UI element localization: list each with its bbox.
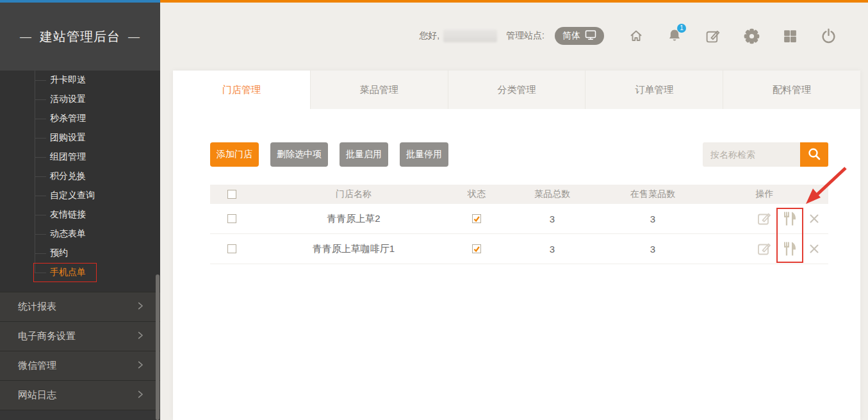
header-status: 状态: [454, 189, 500, 200]
row-delete-icon[interactable]: [808, 212, 821, 225]
site-label: 管理站点:: [506, 30, 545, 42]
add-store-button[interactable]: 添加门店: [210, 142, 259, 167]
sidebar-section[interactable]: 统计报表: [0, 292, 160, 321]
row-delete-icon[interactable]: [808, 242, 821, 255]
toolbar: 添加门店 删除选中项 批量启用 批量停用: [210, 142, 828, 167]
search-input[interactable]: [703, 142, 800, 167]
table-row: 青青原上草咖啡厅1 3 3: [210, 234, 828, 264]
row-edit-icon[interactable]: [757, 211, 772, 226]
sidebar-submenu-item[interactable]: 升卡即送: [0, 71, 160, 90]
chevron-right-icon: [136, 301, 145, 312]
search-box: [703, 142, 828, 167]
sidebar-submenu-label: 升卡即送: [50, 74, 86, 86]
redacted-username: [443, 29, 497, 42]
settings-gear-icon[interactable]: [742, 27, 760, 45]
sidebar-submenu-item[interactable]: 自定义查询: [0, 186, 160, 205]
tab-label: 订单管理: [635, 84, 673, 96]
sidebar-submenu-item[interactable]: 手机点单: [0, 263, 160, 282]
sidebar-submenu-item[interactable]: 秒杀管理: [0, 109, 160, 128]
sidebar-submenu-item[interactable]: 动态表单: [0, 224, 160, 244]
sidebar-submenu-item[interactable]: 预约: [0, 244, 160, 263]
header-actions: 操作: [701, 189, 828, 200]
sidebar-section-label: 统计报表: [18, 301, 56, 313]
total-dishes-value: 3: [500, 214, 605, 224]
tab-bar: 门店管理菜品管理分类管理订单管理配料管理: [173, 71, 860, 109]
sidebar-submenu-item[interactable]: 组团管理: [0, 147, 160, 167]
header-on-sale-dishes: 在售菜品数: [605, 189, 701, 200]
sidebar-submenu-label: 组团管理: [50, 151, 86, 163]
sidebar-submenu-label: 友情链接: [50, 209, 86, 221]
apps-grid-icon[interactable]: [781, 27, 799, 45]
store-name: 青青原上草2: [327, 213, 380, 225]
sidebar-submenu-item[interactable]: 团购设置: [0, 128, 160, 147]
sidebar-section-label: 微信管理: [18, 360, 56, 372]
row-cutlery-menu-icon[interactable]: [782, 210, 798, 227]
table-body: 青青原上草2 3 3: [210, 204, 828, 264]
sidebar-submenu-label: 动态表单: [50, 228, 86, 240]
notification-badge: 1: [677, 24, 686, 33]
status-checkbox[interactable]: [472, 214, 481, 223]
tab[interactable]: 配料管理: [723, 71, 860, 109]
sidebar-submenu-label: 自定义查询: [50, 190, 95, 201]
top-strip-orange: [160, 0, 868, 3]
batch-enable-button[interactable]: 批量启用: [340, 142, 388, 167]
table-row: 青青原上草2 3 3: [210, 204, 828, 234]
sidebar-submenu-item[interactable]: 积分兑换: [0, 167, 160, 186]
language-label: 简体: [562, 30, 580, 42]
sidebar-submenu-label: 秒杀管理: [50, 113, 86, 124]
sidebar-section[interactable]: 微信管理: [0, 351, 160, 380]
tab-label: 配料管理: [773, 84, 811, 96]
tab-label: 门店管理: [222, 84, 261, 96]
sidebar-submenu: 升卡即送 活动设置 秒杀管理 团购设置 组团管理 积分兑换 自定义查询: [0, 71, 160, 292]
row-cutlery-menu-icon[interactable]: [782, 240, 798, 257]
on-sale-dishes-value: 3: [605, 244, 701, 255]
table-header-row: 门店名称 状态 菜品总数 在售菜品数 操作: [210, 185, 828, 204]
sidebar: —建站管理后台— 升卡即送 活动设置 秒杀管理 团购设置 组团管理 积分兑换: [0, 3, 160, 420]
monitor-icon: [585, 29, 596, 42]
row-checkbox[interactable]: [227, 214, 236, 223]
tab-label: 菜品管理: [360, 84, 398, 96]
chevron-right-icon: [136, 360, 145, 371]
total-dishes-value: 3: [500, 244, 605, 255]
sidebar-section-label: 网站日志: [18, 389, 56, 401]
sidebar-scrollbar[interactable]: [156, 274, 160, 420]
tab[interactable]: 菜品管理: [311, 71, 448, 109]
notifications-bell-icon[interactable]: 1: [666, 27, 684, 45]
sidebar-submenu-item[interactable]: 活动设置: [0, 90, 160, 109]
search-icon: [807, 147, 821, 163]
edit-compose-icon[interactable]: [704, 27, 722, 45]
select-all-checkbox[interactable]: [227, 190, 236, 199]
on-sale-dishes-value: 3: [605, 214, 701, 224]
home-icon[interactable]: [627, 27, 645, 45]
stores-table: 门店名称 状态 菜品总数 在售菜品数 操作 青青原上草2 3 3: [210, 185, 828, 264]
main-panel: 门店管理菜品管理分类管理订单管理配料管理 添加门店 删除选中项 批量启用 批量停…: [173, 71, 860, 420]
store-name: 青青原上草咖啡厅1: [313, 243, 395, 255]
annotation-red-box-sidebar: [33, 263, 97, 282]
row-checkbox[interactable]: [227, 244, 236, 253]
search-button[interactable]: [800, 142, 828, 167]
app-title: 建站管理后台: [40, 28, 120, 46]
sidebar-sections: 统计报表 电子商务设置 微信管理 网站日志: [0, 292, 160, 410]
sidebar-submenu-item[interactable]: 友情链接: [0, 205, 160, 224]
chevron-right-icon: [136, 331, 145, 342]
delete-selected-button[interactable]: 删除选中项: [270, 142, 328, 167]
power-logout-icon[interactable]: [819, 27, 837, 45]
sidebar-submenu-label: 积分兑换: [50, 171, 86, 182]
tab[interactable]: 分类管理: [448, 71, 586, 109]
tab[interactable]: 订单管理: [585, 71, 723, 109]
sidebar-title: —建站管理后台—: [0, 3, 160, 71]
header-store-name: 门店名称: [254, 189, 454, 200]
tab[interactable]: 门店管理: [173, 71, 311, 109]
status-checkbox[interactable]: [472, 244, 481, 253]
language-site-button[interactable]: 简体: [555, 27, 604, 45]
sidebar-section[interactable]: 网站日志: [0, 380, 160, 410]
sidebar-submenu-label: 活动设置: [50, 94, 86, 105]
batch-disable-button[interactable]: 批量停用: [400, 142, 448, 167]
tab-label: 分类管理: [497, 84, 536, 96]
topbar: 您好, 管理站点: 简体 1: [359, 22, 837, 50]
row-edit-icon[interactable]: [757, 241, 772, 256]
sidebar-submenu-label: 预约: [50, 248, 68, 259]
sidebar-section-label: 电子商务设置: [18, 330, 76, 342]
sidebar-section[interactable]: 电子商务设置: [0, 321, 160, 351]
sidebar-submenu-label: 团购设置: [50, 132, 86, 144]
